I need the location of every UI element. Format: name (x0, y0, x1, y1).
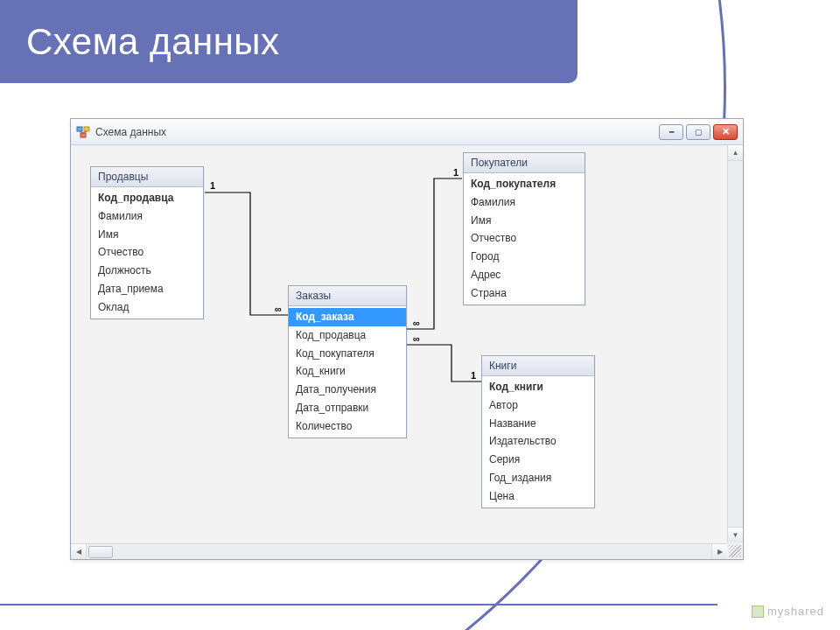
slide-title-band: Схема данных (0, 0, 578, 83)
slide-background: Схема данных myshared Схема данных ━ ▢ ✕ (0, 0, 840, 630)
window-title: Схема данных (95, 126, 166, 138)
field[interactable]: Автор (482, 396, 594, 415)
cardinality-one: 1 (209, 180, 216, 191)
svg-rect-2 (80, 133, 86, 137)
window-controls: ━ ▢ ✕ (659, 124, 738, 140)
field[interactable]: Имя (91, 226, 203, 244)
field-pk[interactable]: Код_книги (482, 378, 594, 396)
field[interactable]: Адрес (464, 266, 584, 284)
minimize-button[interactable]: ━ (659, 124, 683, 140)
field[interactable]: Издательство (482, 432, 594, 451)
field[interactable]: Должность (91, 262, 203, 280)
cardinality-one: 1 (470, 370, 477, 381)
field[interactable]: Цена (482, 487, 594, 506)
cardinality-many: ∞ (274, 304, 283, 314)
field-pk-selected[interactable]: Код_заказа (289, 308, 406, 326)
field[interactable]: Дата_отправки (289, 399, 406, 417)
table-header[interactable]: Покупатели (464, 153, 584, 173)
close-button[interactable]: ✕ (713, 124, 738, 140)
cardinality-many: ∞ (412, 333, 421, 344)
field[interactable]: Код_покупателя (289, 345, 406, 363)
field[interactable]: Код_книги (289, 362, 406, 381)
field[interactable]: Отчество (464, 229, 584, 248)
field[interactable]: Страна (464, 284, 584, 303)
field[interactable]: Оклад (91, 298, 203, 317)
table-body: Код_заказа Код_продавца Код_покупателя К… (289, 306, 406, 438)
table-body: Код_покупателя Фамилия Имя Отчество Горо… (464, 173, 584, 304)
footer-line (0, 604, 718, 606)
table-body: Код_книги Автор Название Издательство Се… (482, 376, 594, 508)
table-header[interactable]: Книги (482, 356, 594, 376)
table-body: Код_продавца Фамилия Имя Отчество Должно… (91, 187, 203, 318)
field[interactable]: Год_издания (482, 469, 594, 487)
field[interactable]: Название (482, 415, 594, 433)
field[interactable]: Код_продавца (289, 326, 406, 345)
scroll-thumb[interactable] (88, 546, 113, 558)
svg-rect-1 (84, 127, 89, 131)
watermark-text: myshared (767, 605, 824, 618)
horizontal-scrollbar[interactable]: ◀ ▶ (71, 543, 727, 559)
table-orders[interactable]: Заказы Код_заказа Код_продавца Код_покуп… (288, 285, 407, 438)
maximize-button[interactable]: ▢ (686, 124, 710, 140)
field[interactable]: Дата_приема (91, 280, 203, 298)
scroll-right-button[interactable]: ▶ (711, 544, 727, 559)
field[interactable]: Фамилия (464, 193, 584, 212)
workspace[interactable]: 1 ∞ 1 ∞ ∞ 1 Продавцы Код_продавца Фамили… (71, 145, 743, 542)
scroll-down-button[interactable]: ▼ (728, 527, 743, 542)
field[interactable]: Количество (289, 417, 406, 436)
svg-rect-0 (77, 127, 82, 131)
table-books[interactable]: Книги Код_книги Автор Название Издательс… (481, 355, 595, 508)
slide-title: Схема данных (26, 21, 280, 63)
cardinality-many: ∞ (412, 318, 421, 328)
scroll-left-button[interactable]: ◀ (71, 544, 87, 559)
table-sellers[interactable]: Продавцы Код_продавца Фамилия Имя Отчест… (90, 166, 204, 319)
scroll-up-button[interactable]: ▲ (728, 145, 743, 161)
table-header[interactable]: Заказы (289, 286, 406, 306)
watermark: myshared (752, 605, 824, 618)
field[interactable]: Отчество (91, 243, 203, 262)
watermark-icon (752, 606, 764, 618)
field[interactable]: Фамилия (91, 207, 203, 226)
cardinality-one: 1 (452, 167, 459, 178)
table-header[interactable]: Продавцы (91, 167, 203, 187)
field[interactable]: Имя (464, 212, 584, 230)
vertical-scrollbar[interactable]: ▲ ▼ (727, 145, 743, 542)
resize-grip[interactable] (729, 545, 741, 557)
schema-window: Схема данных ━ ▢ ✕ 1 ∞ 1 ∞ ∞ 1 (70, 118, 744, 560)
field-pk[interactable]: Код_продавца (91, 189, 203, 207)
field[interactable]: Дата_получения (289, 381, 406, 399)
app-icon (76, 125, 90, 139)
field-pk[interactable]: Код_покупателя (464, 175, 584, 193)
table-buyers[interactable]: Покупатели Код_покупателя Фамилия Имя От… (463, 152, 585, 305)
field[interactable]: Серия (482, 451, 594, 469)
field[interactable]: Город (464, 248, 584, 266)
window-titlebar[interactable]: Схема данных ━ ▢ ✕ (71, 119, 743, 145)
